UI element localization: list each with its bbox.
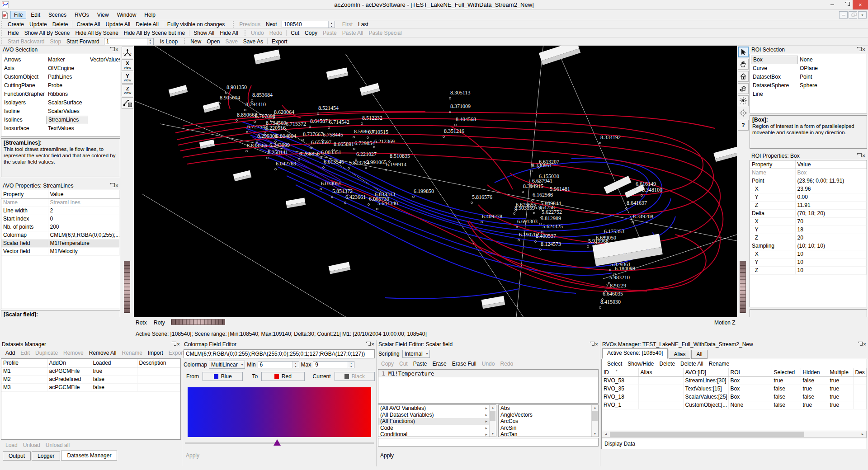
column-header[interactable]: ROI bbox=[728, 368, 772, 376]
avo-type-item[interactable]: CustomObject bbox=[2, 73, 46, 81]
mdi-restore-button[interactable] bbox=[849, 11, 857, 19]
seek-tool-button[interactable] bbox=[738, 108, 749, 118]
toolbar-button[interactable]: Paste Special bbox=[366, 30, 404, 36]
menu-item[interactable]: Edit bbox=[27, 11, 44, 19]
scalar-apply-button[interactable]: Apply bbox=[380, 452, 394, 459]
toolbar-button[interactable]: Is Loop bbox=[157, 38, 180, 45]
scalar-toolbar-button[interactable]: Redo bbox=[497, 361, 516, 367]
datasets-toolbar-button[interactable]: Rename bbox=[119, 350, 145, 356]
toolbar-button[interactable]: Undo bbox=[248, 30, 267, 36]
float-panel-icon[interactable] bbox=[857, 343, 860, 346]
toolbar-button[interactable]: Next bbox=[263, 21, 280, 28]
avo-type-item[interactable]: FunctionGrapher bbox=[2, 90, 46, 99]
bottom-dock-tab[interactable]: Datasets Manager bbox=[61, 451, 117, 461]
column-header[interactable]: Des bbox=[853, 368, 867, 376]
rvos-toolbar-button[interactable]: Rename bbox=[706, 361, 732, 367]
table-row[interactable]: X70 bbox=[750, 217, 867, 226]
scroll-down-icon[interactable]: ▼ bbox=[490, 431, 496, 437]
float-panel-icon[interactable] bbox=[589, 343, 592, 346]
toolbar-grip[interactable] bbox=[1, 21, 4, 28]
select-tool-button[interactable] bbox=[738, 47, 749, 57]
bottom-dock-tab[interactable]: Logger bbox=[32, 451, 60, 461]
spin-up-icon[interactable]: ▲ bbox=[329, 21, 335, 24]
datasets-load-button[interactable]: Load bbox=[3, 442, 20, 448]
toolbar-button[interactable]: Create bbox=[5, 21, 27, 28]
pan-tool-button[interactable] bbox=[738, 59, 749, 70]
spin-down-icon[interactable]: ▼ bbox=[329, 24, 335, 28]
column-header[interactable]: Value bbox=[48, 190, 120, 198]
toolbar-button[interactable]: Redo bbox=[267, 30, 285, 36]
scripting-dropdown[interactable]: Internal▾ bbox=[402, 350, 430, 358]
toolbar-button[interactable]: Last bbox=[355, 21, 371, 28]
variable-category-item[interactable]: Conditional bbox=[378, 431, 489, 437]
table-row[interactable]: X10 bbox=[750, 250, 867, 258]
close-panel-icon[interactable]: × bbox=[863, 342, 866, 347]
scalar-toolbar-button[interactable]: Copy bbox=[378, 361, 396, 367]
current-color-button[interactable]: Black bbox=[335, 372, 375, 381]
spin-down-icon[interactable]: ▼ bbox=[348, 365, 354, 368]
function-item[interactable]: Abs bbox=[499, 405, 591, 412]
toolbar-button[interactable]: Paste All bbox=[340, 30, 366, 36]
datasets-toolbar-button[interactable]: Remove All bbox=[86, 350, 119, 356]
colormap-type-dropdown[interactable]: MultiLinear▾ bbox=[209, 361, 245, 369]
toolbar-button[interactable]: New bbox=[188, 38, 204, 45]
toolbar-grip[interactable] bbox=[1, 30, 4, 36]
toolbar-button[interactable]: Show All By Scene bbox=[22, 30, 73, 36]
menu-item[interactable]: Scenes bbox=[45, 11, 70, 19]
roi-type-item[interactable]: DatasetBox bbox=[751, 73, 798, 81]
column-header[interactable]: Alias bbox=[638, 368, 683, 376]
table-row[interactable]: Z11.91 bbox=[750, 201, 867, 209]
spinner-arrows[interactable]: ▲▼ bbox=[147, 38, 153, 45]
toolbar-grip[interactable] bbox=[245, 30, 247, 36]
toolbar-button[interactable]: Delete bbox=[50, 21, 71, 28]
rvos-tab[interactable]: Alias bbox=[669, 350, 690, 359]
roty-thumbwheel[interactable] bbox=[171, 319, 225, 325]
toolbar-button[interactable]: Start Forward bbox=[64, 38, 102, 45]
toolbar-button[interactable]: Update bbox=[27, 21, 50, 28]
float-panel-icon[interactable] bbox=[170, 343, 174, 346]
toolbar-button[interactable]: Stop bbox=[47, 38, 64, 45]
close-button[interactable]: × bbox=[853, 0, 868, 9]
avo-type-item[interactable]: PathLines bbox=[46, 73, 88, 81]
scroll-up-icon[interactable]: ▲ bbox=[490, 405, 496, 410]
datasets-load-button[interactable]: Unload all bbox=[43, 442, 72, 448]
motion-z-thumbwheel[interactable] bbox=[740, 261, 746, 313]
function-item[interactable]: ArcSin bbox=[499, 425, 591, 432]
viewer-help-button[interactable]: ? bbox=[738, 120, 749, 131]
formula-doc-icon[interactable] bbox=[1, 11, 9, 19]
table-row[interactable]: Line width2 bbox=[1, 207, 120, 215]
toolbar-grip[interactable] bbox=[184, 38, 186, 45]
scrollbar-thumb[interactable] bbox=[490, 411, 495, 421]
functions-scrollbar[interactable]: ▲ ▼ bbox=[591, 405, 598, 437]
roi-type-item[interactable]: Line bbox=[751, 90, 798, 99]
toolbar-button[interactable]: Hide All bbox=[217, 30, 241, 36]
scene-number-spinbox[interactable]: 108540 ▲▼ bbox=[282, 21, 335, 28]
table-row[interactable]: RVO_18ScalarValues:[25]Boxfalsefalsetrue bbox=[602, 393, 867, 401]
set-home-view-button[interactable] bbox=[738, 83, 749, 94]
table-row[interactable]: NameStreamLines bbox=[1, 198, 120, 207]
toolbar-button[interactable]: Start Backward bbox=[5, 38, 47, 45]
float-panel-icon[interactable] bbox=[109, 184, 113, 188]
float-panel-icon[interactable] bbox=[365, 343, 368, 346]
menu-item[interactable]: Help bbox=[141, 11, 159, 19]
scroll-up-icon[interactable]: ▲ bbox=[592, 405, 598, 410]
table-row[interactable]: Scalar fieldM1!Temperature bbox=[1, 239, 120, 247]
scrollbar-thumb[interactable] bbox=[610, 432, 804, 437]
toolbar-button[interactable]: Fully visible on changes bbox=[165, 21, 227, 28]
roi-type-item[interactable]: Curve bbox=[751, 64, 798, 73]
scalar-code-editor[interactable]: 1M1!Temperature bbox=[378, 369, 599, 404]
table-row[interactable]: M3acPGCMFilefalse bbox=[1, 383, 180, 391]
avo-type-item[interactable]: Isolines bbox=[2, 116, 46, 124]
roi-type-item[interactable]: Point bbox=[798, 73, 843, 81]
home-view-button[interactable] bbox=[738, 71, 749, 82]
datasets-toolbar-button[interactable]: Edit bbox=[18, 350, 33, 356]
close-panel-icon[interactable]: × bbox=[595, 342, 598, 347]
spinner-arrows[interactable]: ▲▼ bbox=[348, 362, 354, 368]
float-panel-icon[interactable] bbox=[856, 155, 859, 158]
column-header[interactable]: Hidden bbox=[801, 368, 828, 376]
max-spinbox[interactable]: 9▲▼ bbox=[313, 361, 354, 368]
avo-type-item[interactable]: Marker bbox=[46, 56, 88, 64]
menu-item[interactable]: RVOs bbox=[71, 11, 93, 19]
avo-type-item[interactable]: Isoline bbox=[2, 107, 46, 116]
toolbar-button[interactable]: Paste bbox=[320, 30, 340, 36]
